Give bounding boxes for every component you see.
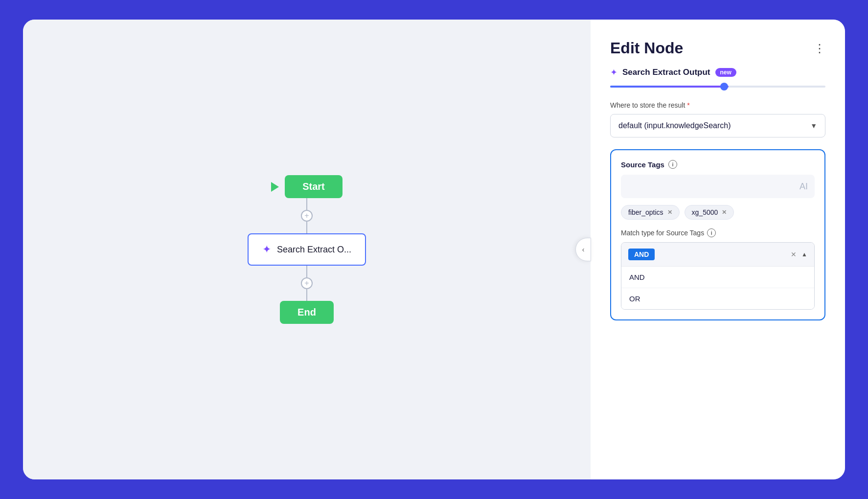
connector-line-3	[306, 266, 307, 277]
connector-1: +	[301, 198, 313, 233]
tag-input-area[interactable]: ΑΙ	[621, 175, 815, 198]
sparkle-purple-icon: ✦	[610, 67, 617, 78]
connector-line-2	[306, 222, 307, 233]
tag-remove-fiber-optics[interactable]: ✕	[667, 209, 672, 216]
app-container: Start + ✦ Search Extract O... +	[23, 20, 845, 479]
sparkle-icon-node: ✦	[262, 243, 271, 256]
match-type-dropdown: AND ✕ ▲ AND OR	[621, 242, 815, 310]
source-tags-section: Source Tags i ΑΙ fiber_optics ✕ xg_5000 …	[610, 149, 825, 320]
match-type-selected[interactable]: AND ✕ ▲	[621, 243, 814, 266]
store-result-field: Where to store the result * default (inp…	[610, 101, 825, 149]
add-node-btn-1[interactable]: +	[301, 210, 313, 222]
flow-diagram: Start + ✦ Search Extract O... +	[248, 175, 366, 324]
match-type-selected-value: AND	[628, 249, 655, 260]
connector-line-1	[306, 198, 307, 210]
connector-2: +	[301, 266, 313, 301]
progress-bar-container	[610, 86, 825, 88]
tag-chip-fiber-optics: fiber_optics ✕	[621, 205, 680, 220]
progress-thumb[interactable]	[720, 83, 728, 91]
store-result-chevron: ▼	[810, 122, 817, 130]
match-option-or[interactable]: OR	[621, 288, 814, 309]
match-options-list: AND OR	[621, 266, 814, 309]
tag-label-xg5000: xg_5000	[692, 208, 718, 216]
store-result-select[interactable]: default (input.knowledgeSearch) ▼	[610, 114, 825, 137]
match-collapse-icon[interactable]: ▲	[801, 251, 807, 258]
node-type-row: ✦ Search Extract Output new	[610, 67, 825, 78]
source-tags-header: Source Tags i	[621, 160, 815, 169]
ai-icon: ΑΙ	[799, 181, 808, 192]
progress-fill	[610, 86, 729, 88]
match-clear-icon[interactable]: ✕	[791, 250, 797, 258]
add-node-btn-2[interactable]: +	[301, 277, 313, 289]
search-extract-label: Search Extract O...	[277, 245, 351, 255]
tag-chip-xg5000: xg_5000 ✕	[685, 205, 734, 220]
edit-panel: Edit Node ⋮ ✦ Search Extract Output new …	[591, 20, 845, 479]
match-type-info-icon[interactable]: i	[707, 228, 716, 237]
store-result-value: default (input.knowledgeSearch)	[618, 121, 731, 130]
store-result-label: Where to store the result *	[610, 101, 825, 109]
end-node[interactable]: End	[280, 301, 334, 324]
new-badge: new	[715, 68, 736, 77]
source-tags-label: Source Tags	[621, 160, 664, 169]
tag-remove-xg5000[interactable]: ✕	[722, 209, 727, 216]
canvas-area: Start + ✦ Search Extract O... +	[23, 20, 591, 479]
start-node[interactable]: Start	[285, 175, 343, 198]
start-node-label: Start	[302, 181, 325, 192]
chevron-left-icon: ‹	[582, 246, 585, 253]
progress-track	[610, 86, 825, 88]
play-icon	[271, 182, 279, 192]
panel-title: Edit Node	[610, 39, 683, 57]
match-option-and[interactable]: AND	[621, 267, 814, 288]
tags-row: fiber_optics ✕ xg_5000 ✕	[621, 205, 815, 220]
match-type-controls: ✕ ▲	[791, 250, 807, 258]
node-type-label: Search Extract Output	[622, 68, 710, 77]
start-node-wrapper: Start	[271, 175, 343, 198]
source-tags-info-icon[interactable]: i	[668, 160, 677, 169]
panel-header: Edit Node ⋮	[610, 39, 825, 57]
match-type-label-row: Match type for Source Tags i	[621, 228, 815, 237]
collapse-panel-button[interactable]: ‹	[575, 238, 591, 261]
more-options-icon[interactable]: ⋮	[814, 42, 825, 55]
search-extract-node[interactable]: ✦ Search Extract O...	[248, 233, 366, 266]
tag-label-fiber-optics: fiber_optics	[628, 208, 663, 216]
connector-line-4	[306, 289, 307, 301]
end-node-label: End	[297, 307, 316, 318]
match-type-label-text: Match type for Source Tags	[621, 229, 704, 237]
